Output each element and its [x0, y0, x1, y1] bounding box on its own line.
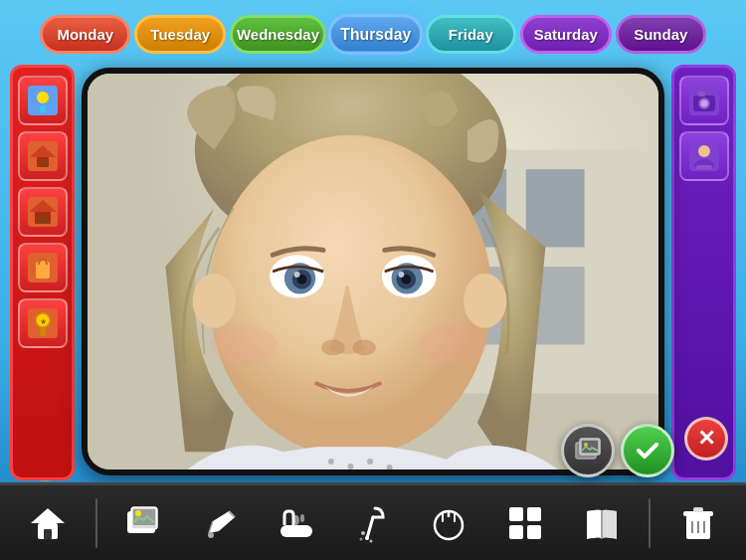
svg-rect-59 [44, 529, 52, 539]
svg-point-50 [348, 464, 354, 469]
sidebar-item-weather[interactable] [18, 76, 68, 125]
svg-rect-15 [40, 328, 46, 336]
svg-rect-2 [40, 105, 46, 113]
tab-tuesday[interactable]: Tuesday [134, 15, 225, 54]
svg-point-67 [300, 514, 304, 522]
tab-wednesday[interactable]: Wednesday [230, 15, 326, 54]
sidebar-item-camera[interactable] [679, 76, 729, 125]
trash-button[interactable] [669, 494, 727, 552]
svg-point-47 [419, 325, 487, 364]
svg-rect-76 [509, 507, 523, 521]
gallery-button[interactable] [561, 424, 615, 477]
svg-point-33 [464, 274, 506, 328]
svg-rect-20 [698, 92, 705, 96]
sidebar-item-person[interactable] [679, 131, 729, 181]
confirm-button[interactable] [621, 424, 674, 477]
svg-point-63 [135, 510, 141, 516]
svg-point-64 [208, 532, 214, 538]
tab-monday[interactable]: Monday [40, 15, 130, 54]
svg-point-46 [209, 325, 278, 364]
svg-point-71 [359, 537, 362, 540]
tab-sunday[interactable]: Sunday [616, 15, 706, 54]
svg-point-66 [293, 515, 299, 525]
svg-point-22 [698, 145, 710, 157]
svg-rect-83 [693, 507, 703, 512]
svg-point-19 [701, 100, 707, 106]
svg-rect-78 [509, 525, 523, 539]
sidebar-item-house2[interactable] [18, 187, 68, 237]
sidebar-item-bag[interactable] [18, 243, 68, 292]
divider-2 [649, 498, 651, 548]
svg-marker-57 [31, 508, 65, 523]
svg-point-45 [352, 340, 376, 356]
divider-1 [95, 498, 97, 548]
svg-point-51 [367, 459, 373, 465]
main-photo-frame [82, 68, 664, 475]
svg-rect-27 [526, 169, 585, 247]
edit-button[interactable] [192, 494, 250, 552]
tab-thursday[interactable]: Thursday [328, 14, 424, 55]
svg-point-70 [369, 539, 372, 542]
svg-point-43 [398, 272, 404, 278]
home-button[interactable] [19, 494, 77, 552]
svg-point-49 [328, 459, 334, 465]
svg-point-68 [365, 536, 369, 540]
svg-rect-55 [582, 441, 598, 453]
svg-text:★: ★ [39, 317, 46, 326]
book-button[interactable] [573, 494, 631, 552]
svg-rect-23 [696, 165, 712, 169]
svg-rect-77 [527, 507, 541, 521]
sidebar-item-award[interactable]: ★ [18, 298, 68, 348]
svg-rect-65 [280, 525, 312, 537]
shower-button[interactable] [344, 494, 402, 552]
svg-rect-10 [40, 216, 46, 224]
tab-saturday[interactable]: Saturday [520, 15, 611, 54]
day-tabs-bar: Monday Tuesday Wednesday Thursday Friday… [40, 15, 706, 54]
close-button[interactable]: ✕ [684, 417, 728, 461]
photo-button[interactable] [115, 494, 173, 552]
svg-rect-79 [527, 525, 541, 539]
photo-actions-container [561, 424, 674, 477]
svg-point-1 [37, 92, 49, 103]
tab-friday[interactable]: Friday [426, 15, 516, 54]
svg-rect-6 [41, 161, 45, 167]
food-button[interactable] [420, 494, 477, 552]
svg-point-44 [321, 340, 345, 356]
svg-point-32 [193, 274, 236, 328]
bottom-toolbar [0, 482, 746, 560]
svg-point-69 [361, 531, 365, 535]
photo-content [88, 74, 658, 469]
sidebar-item-home[interactable] [18, 131, 68, 181]
building-button[interactable] [496, 494, 554, 552]
left-sidebar: ★ [10, 65, 75, 480]
svg-point-38 [294, 272, 300, 278]
bath-button[interactable] [268, 494, 325, 552]
